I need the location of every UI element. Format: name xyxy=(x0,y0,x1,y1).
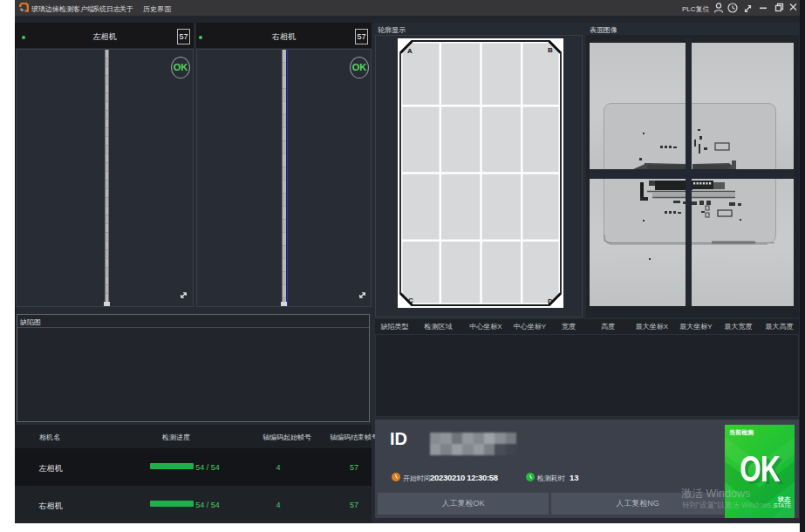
svg-text:C: C xyxy=(408,297,413,304)
svg-text:A: A xyxy=(407,47,413,55)
svg-text:D: D xyxy=(548,297,553,305)
svg-text:B: B xyxy=(548,46,553,54)
